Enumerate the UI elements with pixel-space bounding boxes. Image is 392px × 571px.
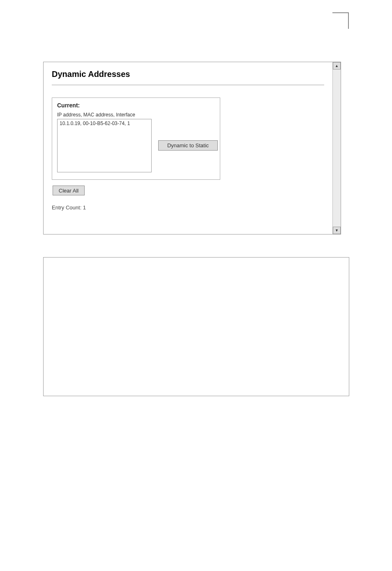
dynamic-to-static-button[interactable]: Dynamic to Static xyxy=(158,140,218,151)
panel-content: Dynamic Addresses Current: IP address, M… xyxy=(44,62,332,234)
corner-crop-mark-v xyxy=(348,12,349,29)
dynamic-addresses-panel: Dynamic Addresses Current: IP address, M… xyxy=(43,62,341,234)
scroll-down-button[interactable]: ▼ xyxy=(333,227,341,234)
scroll-track[interactable] xyxy=(333,70,341,227)
current-fieldset: Current: IP address, MAC address, Interf… xyxy=(52,97,220,180)
chevron-up-icon: ▲ xyxy=(335,64,339,68)
blank-panel xyxy=(43,257,349,396)
current-label: Current: xyxy=(57,102,215,109)
address-listbox[interactable]: 10.1.0.19, 00-10-B5-62-03-74, 1 xyxy=(57,119,152,172)
chevron-down-icon: ▼ xyxy=(335,228,339,232)
entry-count-text: Entry Count: 1 xyxy=(52,204,324,211)
list-item[interactable]: 10.1.0.19, 00-10-B5-62-03-74, 1 xyxy=(60,121,149,126)
divider xyxy=(52,85,324,85)
scroll-up-button[interactable]: ▲ xyxy=(333,62,341,70)
page-title: Dynamic Addresses xyxy=(52,70,324,79)
vertical-scrollbar[interactable]: ▲ ▼ xyxy=(332,62,341,234)
list-header: IP address, MAC address, Interface xyxy=(57,112,215,118)
clear-all-button[interactable]: Clear All xyxy=(53,186,85,195)
corner-crop-mark-h xyxy=(332,12,349,13)
